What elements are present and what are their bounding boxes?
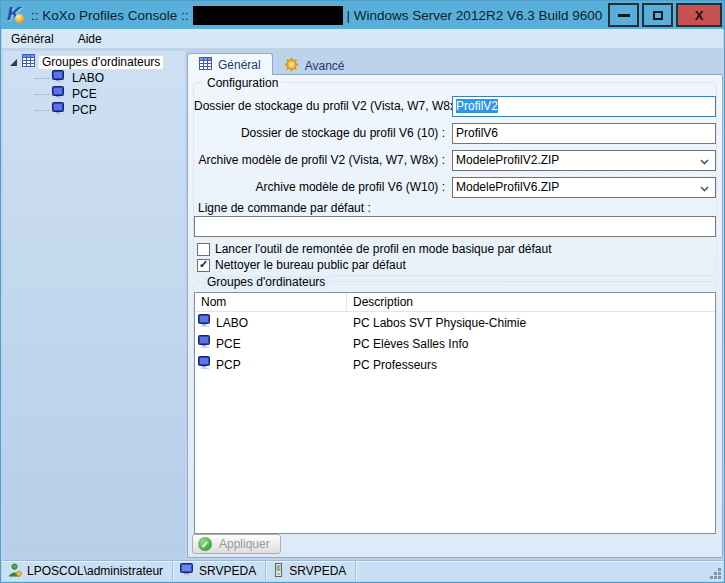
grid-icon	[199, 57, 212, 73]
table-header: Nom Description	[195, 293, 715, 312]
status-bar: LPOSCOL\administrateur SRVPEDA SRVPEDA	[2, 560, 723, 581]
checkbox-row-nettoyer[interactable]: Nettoyer le bureau public par défaut	[197, 258, 406, 272]
tab-general[interactable]: Général	[187, 53, 273, 75]
check-icon: ✓	[198, 537, 212, 551]
field-label: Archive modèle de profil V6 (W10) :	[194, 177, 452, 198]
menu-aide[interactable]: Aide	[78, 32, 102, 46]
computer-icon	[52, 102, 66, 119]
archive-v6-combobox[interactable]: ModeleProfilV6.ZIP	[452, 177, 716, 198]
computer-icon	[198, 356, 212, 373]
general-tab-panel: Configuration Dossier de stockage du pro…	[187, 74, 723, 558]
server-icon	[272, 563, 284, 580]
field-row-command-line	[194, 216, 716, 237]
tree-item-pcp[interactable]: PCP	[3, 102, 185, 118]
computer-icon	[52, 86, 66, 103]
title-bar: K :: KoXo Profiles Console :: | Windows …	[1, 1, 724, 29]
computer-groups-table: Nom Description LABO PC Labos SVT Physiq…	[194, 292, 716, 534]
tree-item-labo[interactable]: LABO	[3, 70, 185, 86]
table-row-pcp[interactable]: PCP PC Professeurs	[195, 354, 715, 375]
checkbox-remontee[interactable]	[197, 243, 210, 256]
cell-name: PCP	[216, 358, 241, 372]
user-icon	[8, 563, 22, 580]
redacted-title-text	[193, 6, 343, 25]
profil-v2-input[interactable]: ProfilV2	[452, 96, 716, 117]
tree-item-label: LABO	[72, 71, 104, 85]
group-grid-icon	[22, 54, 35, 70]
computer-icon	[198, 335, 212, 352]
profil-v6-input[interactable]: ProfilV6	[452, 123, 716, 144]
minimize-button[interactable]	[608, 3, 639, 27]
table-row-pce[interactable]: PCE PC Elèves Salles Info	[195, 333, 715, 354]
computer-icon	[198, 314, 212, 331]
field-row-archive-v6: Archive modèle de profil V6 (W10) : Mode…	[194, 177, 716, 198]
menu-general[interactable]: Général	[11, 32, 54, 46]
minimize-icon	[618, 14, 630, 17]
field-label: Archive modèle de profil V2 (Vista, W7, …	[194, 150, 452, 171]
cell-description: PC Professeurs	[347, 358, 715, 372]
window-controls: X	[608, 3, 722, 27]
resize-grip[interactable]	[719, 577, 720, 578]
tree-root-label: Groupes d'ordinateurs	[38, 55, 164, 70]
groups-group-label: Groupes d'ordinateurs	[203, 275, 329, 289]
field-row-archive-v2: Archive modèle de profil V2 (Vista, W7, …	[194, 150, 716, 171]
field-row-profil-v6: Dossier de stockage du profil V6 (10) : …	[194, 123, 716, 144]
cell-name: PCE	[216, 337, 241, 351]
checkbox-label: Lancer l'outil de remontée de profil en …	[215, 242, 552, 256]
status-server: SRVPEDA	[266, 561, 356, 581]
computer-icon	[52, 70, 66, 87]
cell-name: LABO	[216, 316, 248, 330]
maximize-button[interactable]	[642, 3, 673, 27]
computer-icon	[179, 563, 194, 580]
tab-strip: Général Avancé	[187, 53, 356, 75]
tab-label: Avancé	[305, 59, 345, 73]
gear-icon	[284, 57, 299, 75]
window-title-suffix: | Windows Server 2012R2 V6.3 Build 9600	[347, 8, 603, 23]
tab-avance[interactable]: Avancé	[273, 53, 356, 75]
table-row-labo[interactable]: LABO PC Labos SVT Physique-Chimie	[195, 312, 715, 333]
cell-description: PC Elèves Salles Info	[347, 337, 715, 351]
tree-expander-icon[interactable]	[10, 59, 17, 66]
status-computer: SRVPEDA	[173, 561, 266, 581]
menu-bar: Général Aide	[2, 29, 723, 49]
command-line-input[interactable]	[194, 216, 716, 237]
chevron-down-icon	[700, 186, 709, 192]
cell-description: PC Labos SVT Physique-Chimie	[347, 316, 715, 330]
maximize-icon	[653, 11, 663, 20]
field-label: Dossier de stockage du profil V2 (Vista,…	[194, 96, 452, 117]
status-server-label: SRVPEDA	[289, 564, 346, 578]
column-header-description[interactable]: Description	[347, 293, 715, 311]
status-user: LPOSCOL\administrateur	[2, 561, 173, 581]
tab-label: Général	[218, 58, 261, 72]
apply-button-label: Appliquer	[219, 537, 270, 551]
tree-item-label: PCE	[72, 87, 97, 101]
tree-item-pce[interactable]: PCE	[3, 86, 185, 102]
chevron-down-icon	[700, 159, 709, 165]
column-header-nom[interactable]: Nom	[195, 293, 347, 311]
checkbox-row-remontee[interactable]: Lancer l'outil de remontée de profil en …	[197, 242, 552, 256]
archive-v2-combobox[interactable]: ModeleProfilV2.ZIP	[452, 150, 716, 171]
command-line-label: Ligne de commande par défaut :	[198, 201, 371, 215]
checkbox-label: Nettoyer le bureau public par défaut	[215, 258, 406, 272]
field-row-profil-v2: Dossier de stockage du profil V2 (Vista,…	[194, 96, 716, 117]
field-label: Dossier de stockage du profil V6 (10) :	[194, 123, 452, 144]
checkbox-nettoyer[interactable]	[197, 259, 210, 272]
tree-item-groupes-ordinateurs[interactable]: Groupes d'ordinateurs	[3, 54, 185, 70]
status-user-label: LPOSCOL\administrateur	[27, 564, 163, 578]
app-window: K :: KoXo Profiles Console :: | Windows …	[0, 0, 725, 583]
computer-groups-tree: Groupes d'ordinateurs LABO PCE PCP	[3, 51, 185, 559]
app-logo-icon: K	[6, 5, 26, 25]
status-computer-label: SRVPEDA	[199, 564, 256, 578]
window-title-prefix: :: KoXo Profiles Console ::	[31, 8, 189, 23]
apply-button[interactable]: ✓ Appliquer	[192, 534, 281, 554]
configuration-group-label: Configuration	[203, 76, 282, 90]
tree-item-label: PCP	[72, 103, 97, 117]
close-button[interactable]: X	[676, 3, 722, 27]
